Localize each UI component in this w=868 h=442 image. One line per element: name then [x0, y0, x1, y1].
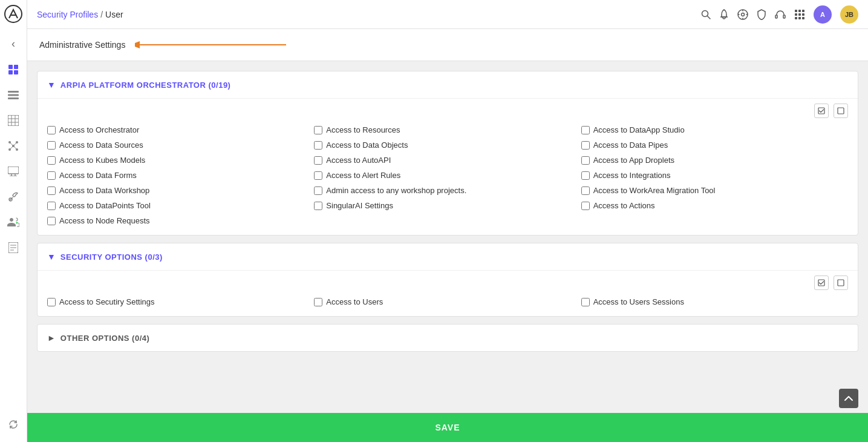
admin-settings-label: Administrative Settings: [39, 40, 125, 50]
security-options-checkboxes: Access to Secutiry Settings Access to Us…: [47, 297, 848, 306]
checkbox-data-sources-input[interactable]: [47, 141, 56, 150]
checkbox-data-forms-input[interactable]: [47, 171, 56, 180]
checkbox-users: Access to Users: [314, 297, 581, 306]
checkbox-integrations-input[interactable]: [581, 171, 590, 180]
checkbox-resources-label: Access to Resources: [326, 125, 400, 134]
svg-rect-48: [802, 13, 804, 16]
sidebar-item-notes[interactable]: [2, 237, 24, 259]
top-header: Security Profiles / User: [27, 0, 868, 29]
sidebar: ‹: [0, 0, 27, 442]
svg-line-33: [708, 16, 711, 19]
checkbox-data-workshop-input[interactable]: [47, 186, 56, 195]
sidebar-item-tools[interactable]: [2, 186, 24, 208]
section-security-toolbar: [47, 275, 848, 290]
section-other-options-header[interactable]: ► OTHER OPTIONS (0/4): [38, 325, 858, 351]
grid-icon[interactable]: [794, 9, 805, 20]
svg-point-27: [16, 222, 18, 224]
checkbox-users-input[interactable]: [314, 298, 322, 306]
svg-line-19: [13, 142, 17, 146]
checkbox-data-objects: Access to Data Objects: [314, 140, 581, 150]
checkbox-orchestrator-input[interactable]: [47, 126, 56, 134]
checkbox-integrations-label: Access to Integrations: [593, 171, 671, 180]
security-deselect-all-button[interactable]: [834, 275, 848, 290]
checkbox-resources-input[interactable]: [314, 126, 322, 134]
section-security-options: ▼ SECURITY OPTIONS (0/3): [37, 243, 858, 317]
checkbox-datapoints-tool-input[interactable]: [47, 202, 56, 210]
security-select-all-button[interactable]: [814, 275, 829, 290]
svg-rect-4: [14, 70, 18, 74]
svg-rect-51: [802, 17, 804, 19]
chevron-right-icon: ►: [47, 333, 56, 343]
section-other-options-title: OTHER OPTIONS (0/4): [60, 334, 149, 343]
page-content: Administrative Settings ▼ ARPIA PLATFORM…: [27, 29, 868, 442]
avatar-user[interactable]: JB: [840, 5, 858, 24]
settings-circle-icon[interactable]: [737, 9, 748, 20]
svg-rect-6: [8, 94, 19, 96]
app-logo[interactable]: [4, 5, 22, 25]
svg-rect-7: [8, 97, 19, 99]
headset-icon[interactable]: [775, 9, 786, 20]
section-security-options-title: SECURITY OPTIONS (0/3): [60, 252, 163, 262]
breadcrumb-security-profiles[interactable]: Security Profiles: [37, 10, 98, 19]
checkbox-dataapp-studio-label: Access to DataApp Studio: [593, 125, 685, 134]
search-icon[interactable]: [701, 10, 711, 19]
checkbox-app-droplets: Access to App Droplets: [581, 156, 848, 165]
checkbox-actions-input[interactable]: [581, 202, 590, 210]
sidebar-item-refresh[interactable]: [2, 414, 24, 435]
sidebar-item-list[interactable]: [2, 84, 24, 106]
section-security-options-header[interactable]: ▼ SECURITY OPTIONS (0/3): [38, 243, 858, 270]
section-arpia-platform-body: Access to Orchestrator Access to Resourc…: [38, 98, 858, 235]
checkbox-security-settings: Access to Secutiry Settings: [47, 297, 314, 306]
checkbox-datapoints-tool: Access to DataPoints Tool: [47, 201, 314, 210]
sidebar-item-apps[interactable]: [2, 59, 24, 81]
header-actions: A JB: [701, 5, 858, 24]
checkbox-actions-label: Access to Actions: [593, 201, 655, 210]
sidebar-back-button[interactable]: ‹: [2, 33, 24, 54]
checkbox-dataapp-studio-input[interactable]: [581, 126, 590, 134]
checkbox-alert-rules: Access to Alert Rules: [314, 171, 581, 180]
checkbox-workarea-migration-input[interactable]: [581, 186, 590, 195]
checkbox-alert-rules-label: Access to Alert Rules: [326, 171, 400, 180]
svg-rect-55: [838, 108, 844, 114]
bell-icon[interactable]: [719, 9, 729, 20]
sidebar-item-table[interactable]: [2, 110, 24, 131]
svg-rect-3: [8, 70, 13, 74]
svg-rect-41: [775, 15, 777, 18]
checkbox-users-sessions-input[interactable]: [581, 298, 590, 306]
checkbox-admin-workshop-input[interactable]: [314, 186, 322, 195]
section-toolbar: [47, 104, 848, 118]
svg-line-18: [10, 142, 13, 146]
section-arpia-platform-header[interactable]: ▼ ARPIA PLATFORM ORCHESTRATOR (0/19): [38, 71, 858, 98]
checkbox-autoapi-input[interactable]: [314, 156, 322, 165]
shield-icon[interactable]: [757, 9, 766, 20]
save-bar[interactable]: SAVE: [27, 413, 868, 442]
checkbox-users-sessions-label: Access to Users Sessions: [593, 297, 684, 306]
checkbox-kubes-models-label: Access to Kubes Models: [59, 156, 145, 165]
svg-point-36: [742, 13, 745, 16]
sidebar-item-network[interactable]: [2, 135, 24, 157]
checkbox-app-droplets-input[interactable]: [581, 156, 590, 165]
svg-rect-46: [795, 13, 797, 16]
select-all-button[interactable]: [814, 104, 829, 118]
checkbox-data-objects-input[interactable]: [314, 141, 322, 150]
svg-rect-57: [838, 280, 844, 286]
deselect-all-button[interactable]: [834, 104, 848, 118]
checkbox-singularai-input[interactable]: [314, 202, 322, 210]
checkbox-kubes-models-input[interactable]: [47, 156, 56, 165]
checkbox-data-pipes-input[interactable]: [581, 141, 590, 150]
checkbox-alert-rules-input[interactable]: [314, 171, 322, 180]
sidebar-item-monitor[interactable]: [2, 160, 24, 182]
section-other-options: ► OTHER OPTIONS (0/4): [37, 324, 858, 352]
checkbox-data-sources-label: Access to Data Sources: [59, 140, 143, 150]
svg-line-20: [10, 146, 13, 150]
svg-point-0: [5, 5, 22, 22]
checkbox-security-settings-input[interactable]: [47, 298, 56, 306]
sidebar-item-users[interactable]: [2, 211, 24, 233]
scroll-to-top-button[interactable]: [839, 389, 858, 408]
avatar-purple[interactable]: A: [814, 5, 832, 24]
svg-rect-8: [8, 115, 19, 126]
checkbox-workarea-migration: Access to WorkArea Migration Tool: [581, 186, 848, 195]
checkbox-orchestrator: Access to Orchestrator: [47, 125, 314, 134]
checkbox-node-requests-input[interactable]: [47, 217, 56, 225]
checkbox-data-sources: Access to Data Sources: [47, 140, 314, 150]
